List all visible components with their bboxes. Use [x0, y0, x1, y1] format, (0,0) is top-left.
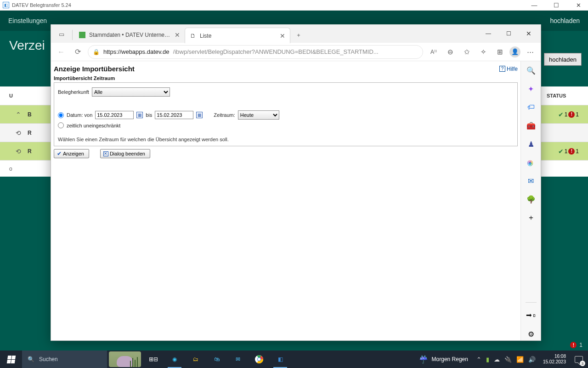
- error-icon: !: [568, 148, 575, 155]
- page-heading: Anzeige Importübersicht: [54, 65, 135, 73]
- refresh-button[interactable]: ⟳: [71, 46, 84, 58]
- taskbar-app-explorer[interactable]: 🗂: [185, 351, 206, 368]
- error-icon: !: [570, 342, 577, 348]
- tab-close-icon[interactable]: ✕: [175, 31, 180, 39]
- url-path: /ibwp/servlet/BelegDispatcher?ANWENDUNG=…: [173, 48, 379, 55]
- clock-time: 16:08: [554, 354, 566, 359]
- taskbar-app-store[interactable]: 🛍: [206, 351, 227, 368]
- menu-upload-all-label[interactable]: hochladen: [550, 17, 580, 24]
- svg-point-2: [258, 358, 260, 361]
- games-icon[interactable]: ♟: [525, 138, 537, 150]
- add-sidebar-icon[interactable]: ＋: [525, 211, 537, 224]
- menu-settings[interactable]: Einstellungen: [8, 17, 47, 24]
- volume-icon[interactable]: 🔊: [528, 356, 536, 363]
- date-from-label: Datum: von: [67, 112, 92, 118]
- shopping-icon[interactable]: 🏷: [525, 101, 537, 114]
- date-from-input[interactable]: [95, 111, 134, 119]
- sync-icon: ⟲: [9, 129, 28, 137]
- search-icon: 🔍: [28, 356, 34, 362]
- tab-actions-button[interactable]: ▭: [53, 25, 70, 43]
- start-button[interactable]: [0, 351, 22, 368]
- radio-unrestricted[interactable]: [58, 122, 64, 128]
- tools-icon[interactable]: 🧰: [525, 119, 537, 132]
- tray-chevron-icon[interactable]: ⌃: [476, 356, 481, 363]
- herkunft-select[interactable]: Alle: [92, 87, 170, 97]
- wifi-icon[interactable]: 📶: [516, 356, 524, 363]
- office-icon[interactable]: ◉: [525, 156, 537, 169]
- read-aloud-button[interactable]: A⁾⁾: [427, 45, 441, 59]
- discover-icon[interactable]: ✦: [525, 82, 537, 95]
- notification-badge: 3: [580, 361, 585, 366]
- close-dialog-button[interactable]: ✕ Dialog beenden: [100, 149, 150, 158]
- taskbar-widget[interactable]: [109, 351, 141, 367]
- new-tab-button[interactable]: ＋: [290, 27, 307, 43]
- help-icon: ?: [499, 66, 505, 72]
- radio-date-range[interactable]: [58, 112, 64, 118]
- profile-button[interactable]: 👤: [509, 46, 520, 58]
- minimize-button[interactable]: —: [527, 2, 541, 9]
- browser-minimize-button[interactable]: —: [478, 24, 498, 43]
- favicon-icon: 🗋: [190, 33, 196, 39]
- col-status: STATUS: [547, 93, 579, 98]
- browser-close-button[interactable]: ✕: [519, 24, 539, 43]
- taskbar-app-chrome[interactable]: [249, 351, 270, 368]
- outlook-icon[interactable]: ✉: [525, 174, 537, 187]
- weather-icon: ☔: [419, 355, 428, 364]
- maximize-button[interactable]: ☐: [549, 2, 563, 9]
- filter-fieldset: Belegherkunft Alle Datum: von ▦ bis ▦: [54, 82, 518, 146]
- lock-icon[interactable]: 🔒: [93, 49, 100, 55]
- chevron-up-icon[interactable]: ⌃: [9, 111, 28, 118]
- back-button[interactable]: ←: [55, 46, 68, 58]
- taskbar-clock[interactable]: 16:08 15.02.2023: [539, 354, 570, 365]
- search-icon[interactable]: 🔍: [525, 64, 537, 77]
- favorite-button[interactable]: ✩: [460, 45, 474, 59]
- taskbar-app-mail[interactable]: ✉: [227, 351, 249, 368]
- tab-liste[interactable]: 🗋 Liste ✕: [185, 28, 290, 43]
- zoom-out-button[interactable]: ⊖: [443, 45, 457, 59]
- unrestricted-label: zeitlich uneingeschränkt: [67, 123, 120, 128]
- sidebar-settings-icon[interactable]: ⚙: [525, 328, 537, 340]
- taskbar-search[interactable]: 🔍 Suchen: [22, 351, 107, 368]
- browser-maximize-button[interactable]: ☐: [498, 24, 519, 43]
- calendar-icon[interactable]: ▦: [136, 112, 143, 118]
- zeitraum-select[interactable]: Heute: [238, 110, 279, 120]
- tab-title: Stammdaten • DATEV Unternehm: [89, 32, 171, 38]
- clock-date: 15.02.2023: [543, 359, 566, 365]
- system-tray[interactable]: ⌃ ▮ ☁ 🔌 📶 🔊: [473, 356, 539, 363]
- calendar-icon[interactable]: ▦: [196, 112, 203, 118]
- hide-sidebar-icon[interactable]: ⮕▯: [525, 309, 537, 322]
- help-link[interactable]: ? Hilfe: [499, 66, 518, 72]
- app-icon: ◧: [3, 2, 9, 8]
- settings-menu-button[interactable]: ⋯: [523, 45, 537, 59]
- row-text: R: [28, 148, 32, 155]
- tab-close-icon[interactable]: ✕: [280, 32, 285, 40]
- close-icon: ✕: [103, 151, 108, 156]
- onedrive-icon[interactable]: 🌳: [525, 193, 537, 206]
- task-view-button[interactable]: ⊞⊟: [143, 351, 164, 368]
- upload-button[interactable]: hochladen: [544, 53, 582, 66]
- notif-count: 1: [579, 342, 582, 348]
- windows-logo-icon: [6, 356, 15, 363]
- error-icon: !: [568, 111, 575, 118]
- collections-button[interactable]: ✧: [476, 45, 490, 59]
- taskbar-weather[interactable]: ☔ Morgen Regen: [414, 355, 473, 364]
- date-to-input[interactable]: [155, 111, 193, 119]
- app-statusbar: ! 1: [570, 339, 582, 351]
- onedrive-tray-icon[interactable]: ☁: [494, 356, 500, 363]
- check-icon: ✔: [558, 111, 564, 118]
- check-icon: ✔: [558, 148, 564, 155]
- hint-text: Wählen Sie einen Zeitraum für welchen di…: [58, 137, 514, 142]
- taskbar-app-datev[interactable]: ◧: [270, 351, 291, 368]
- show-button[interactable]: ✔ Anzeigen: [54, 149, 89, 158]
- tab-title: Liste: [200, 33, 276, 39]
- favicon-icon: [79, 32, 85, 38]
- tab-stammdaten[interactable]: Stammdaten • DATEV Unternehm ✕: [74, 27, 185, 43]
- herkunft-label: Belegherkunft: [58, 89, 89, 95]
- taskbar-app-edge[interactable]: ◉: [164, 351, 185, 368]
- power-tray-icon[interactable]: 🔌: [504, 356, 512, 363]
- battery-icon[interactable]: ▮: [486, 356, 489, 363]
- action-center-button[interactable]: 3: [570, 351, 588, 368]
- close-button[interactable]: ✕: [571, 2, 585, 9]
- url-box[interactable]: 🔒 https://webapps.datev.de/ibwp/servlet/…: [88, 45, 423, 59]
- extensions-button[interactable]: ⊞: [493, 45, 507, 59]
